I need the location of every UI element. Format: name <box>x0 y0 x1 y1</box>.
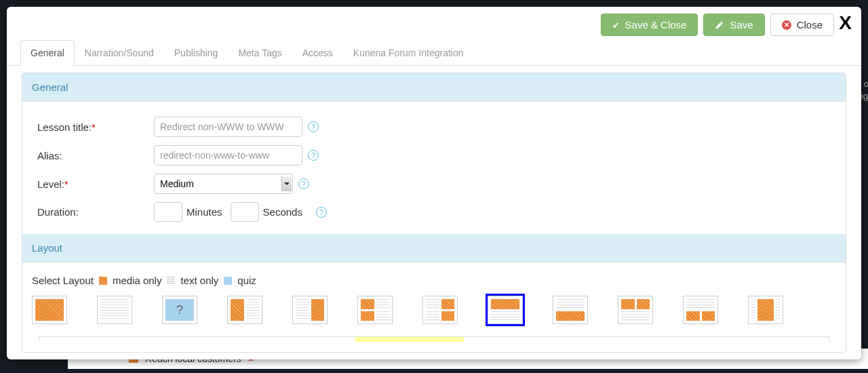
layout-opt-11[interactable] <box>748 296 783 324</box>
toolbar: Save & Close Save ✕ Close <box>7 7 861 40</box>
label-level: Level:* <box>37 178 154 190</box>
save-label: Save <box>730 19 753 31</box>
layout-opt-0[interactable] <box>32 296 67 324</box>
row-level: Level:* Medium ? <box>37 174 831 194</box>
row-duration: Duration: Minutes Seconds ? <box>37 202 831 222</box>
close-button[interactable]: ✕ Close <box>770 14 834 36</box>
tab-general[interactable]: General <box>20 40 75 66</box>
seconds-input[interactable] <box>231 202 259 222</box>
help-icon[interactable]: ? <box>298 178 309 189</box>
layout-opt-3[interactable] <box>227 296 262 324</box>
select-layout-label: Select Layout <box>32 275 94 286</box>
layout-opt-5[interactable] <box>357 296 393 324</box>
form-general: Lesson title:* ? Alias: ? Level:* Medium… <box>22 102 846 234</box>
check-icon <box>612 19 620 31</box>
section-layout-header: Layout <box>22 234 846 262</box>
layout-opt-6[interactable] <box>422 296 458 324</box>
tab-panel: General Lesson title:* ? Alias: ? Level:… <box>22 73 846 353</box>
row-alias: Alias: ? <box>37 145 831 165</box>
label-duration: Duration: <box>37 206 154 218</box>
layout-opt-4[interactable] <box>292 296 328 324</box>
swatch-text-icon <box>167 277 175 285</box>
layout-opt-2[interactable]: ? <box>162 296 197 324</box>
swatch-quiz-icon <box>224 277 232 285</box>
legend-text: text only <box>180 275 218 286</box>
section-general-header: General <box>22 73 846 102</box>
tab-meta[interactable]: Meta Tags <box>228 40 292 66</box>
alias-input[interactable] <box>154 145 302 165</box>
level-select[interactable]: Medium <box>154 174 293 194</box>
tab-kunena[interactable]: Kunena Forum Integration <box>343 40 474 66</box>
label-lesson-title: Lesson title:* <box>37 121 154 133</box>
legend-quiz: quiz <box>237 275 256 286</box>
layout-grid: ? <box>22 292 846 336</box>
help-icon[interactable]: ? <box>316 207 327 218</box>
layout-opt-7[interactable] <box>488 296 523 324</box>
lesson-title-input[interactable] <box>154 117 302 137</box>
edit-icon <box>715 20 724 30</box>
cancel-icon: ✕ <box>782 20 791 30</box>
help-icon[interactable]: ? <box>308 121 319 132</box>
tab-access[interactable]: Access <box>292 40 343 66</box>
row-lesson-title: Lesson title:* ? <box>37 117 831 137</box>
minutes-label: Minutes <box>186 206 222 218</box>
help-icon[interactable]: ? <box>308 150 319 161</box>
label-alias: Alias: <box>37 150 154 161</box>
layout-opt-8[interactable] <box>553 296 588 324</box>
modal-close-x[interactable]: X <box>839 12 852 34</box>
tab-narration[interactable]: Narration/Sound <box>75 40 164 66</box>
save-close-label: Save & Close <box>625 19 687 31</box>
layout-opt-1[interactable] <box>97 296 132 324</box>
layout-legend: Select Layout media only text only quiz <box>22 262 846 292</box>
minutes-input[interactable] <box>154 202 182 222</box>
seconds-label: Seconds <box>263 206 302 218</box>
layout-opt-10[interactable] <box>683 296 718 324</box>
save-close-button[interactable]: Save & Close <box>601 14 698 36</box>
layout-opt-9[interactable] <box>618 296 653 324</box>
modal-dialog: X Save & Close Save ✕ Close General Narr… <box>7 7 861 359</box>
legend-media: media only <box>113 275 162 286</box>
swatch-media-icon <box>99 277 107 285</box>
tab-bar: General Narration/Sound Publishing Meta … <box>7 40 861 66</box>
tab-publishing[interactable]: Publishing <box>164 40 229 66</box>
save-button[interactable]: Save <box>703 14 764 36</box>
close-label: Close <box>797 19 823 31</box>
bottom-partial <box>39 336 829 342</box>
